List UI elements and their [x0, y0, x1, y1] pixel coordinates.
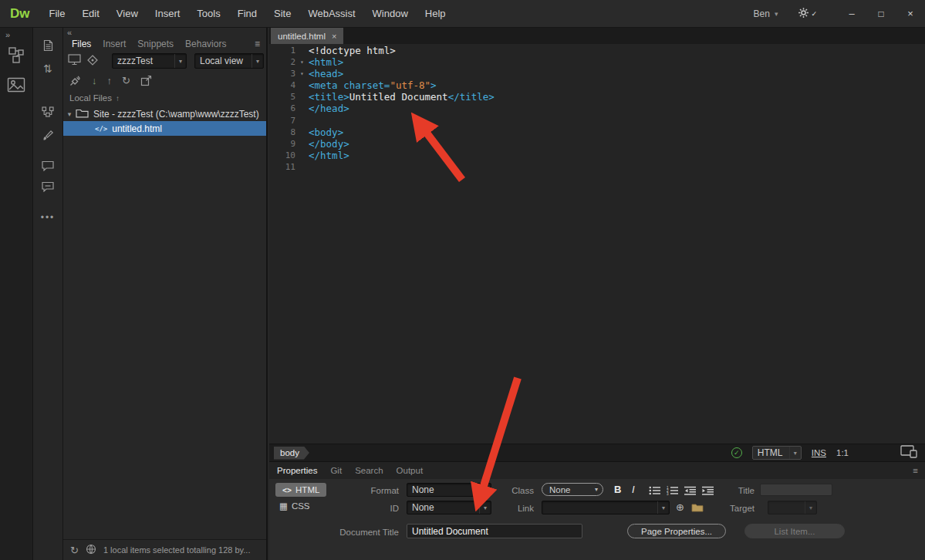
user-account-menu[interactable]: Ben ▾: [754, 8, 778, 19]
code-line[interactable]: 7: [269, 115, 925, 127]
connect-server-icon[interactable]: [69, 75, 82, 86]
menu-webassist[interactable]: WebAssist: [299, 0, 363, 28]
tab-output[interactable]: Output: [397, 466, 424, 475]
dreamweaver-window: Dw File Edit View Insert Tools Find Site…: [0, 0, 925, 560]
tab-snippets[interactable]: Snippets: [137, 39, 174, 49]
code-line[interactable]: 1<!doctype html>: [269, 45, 925, 56]
code-line[interactable]: 4<meta charset="utf-8">: [269, 79, 925, 91]
realtime-preview-icon[interactable]: [900, 445, 917, 460]
local-files-header[interactable]: Local Files ↑: [63, 89, 266, 106]
assets-panel-icon[interactable]: [7, 46, 25, 66]
fold-gutter: [295, 91, 309, 103]
format-select[interactable]: None ▾: [407, 483, 491, 497]
fold-caret-icon[interactable]: ▾: [295, 68, 309, 79]
format-source-brush-icon[interactable]: [39, 128, 57, 142]
tree-row-untitled-html[interactable]: </> untitled.html: [63, 121, 266, 136]
mode-html-button[interactable]: <> HTML: [275, 483, 326, 497]
point-to-file-icon[interactable]: ⊕: [676, 501, 684, 513]
indent-icon[interactable]: [702, 486, 714, 495]
tab-insert[interactable]: Insert: [103, 39, 126, 49]
menu-file[interactable]: File: [41, 0, 74, 28]
collapse-panel-icon[interactable]: «: [63, 28, 266, 37]
chevron-down-icon: ▾: [657, 501, 669, 514]
panel-menu-icon[interactable]: ≡: [913, 466, 918, 475]
document-title-input[interactable]: [407, 524, 582, 538]
tab-git[interactable]: Git: [330, 466, 342, 475]
expand-panel-icon[interactable]: [140, 75, 152, 86]
close-button[interactable]: ×: [896, 0, 925, 28]
apply-comment-icon[interactable]: [39, 159, 57, 173]
properties-content: <> HTML ▦ CSS Format None ▾ ID None ▾ Cl: [269, 479, 925, 560]
site-select-value: zzzzTest: [113, 56, 174, 66]
outdent-icon[interactable]: [684, 486, 696, 495]
unordered-list-icon[interactable]: [649, 486, 660, 495]
minimize-button[interactable]: –: [837, 0, 866, 28]
panel-menu-icon[interactable]: ≡: [255, 39, 260, 49]
menu-window[interactable]: Window: [364, 0, 417, 28]
ordered-list-icon[interactable]: 123: [667, 486, 678, 495]
site-monitor-icon[interactable]: [68, 54, 81, 68]
code-line[interactable]: 6</head>: [269, 103, 925, 114]
tab-behaviors[interactable]: Behaviors: [185, 39, 226, 49]
file-management-icon[interactable]: ⇅: [39, 62, 57, 76]
code-line[interactable]: 2▾<html>: [269, 56, 925, 68]
class-select[interactable]: None ▾: [542, 483, 603, 496]
document-tab-bar: untitled.html ×: [269, 28, 925, 44]
title-field[interactable]: [760, 484, 832, 496]
refresh-icon[interactable]: ↻: [70, 545, 79, 556]
menu-edit[interactable]: Edit: [73, 0, 107, 28]
tag-selector-body[interactable]: body: [274, 447, 309, 460]
tab-properties[interactable]: Properties: [277, 466, 317, 475]
sync-status-icon[interactable]: [87, 55, 98, 68]
document-toolbar: ⇅ •••: [33, 28, 63, 560]
code-line[interactable]: 3▾<head>: [269, 68, 925, 79]
dom-tree-icon[interactable]: [39, 105, 57, 119]
tab-files[interactable]: Files: [72, 39, 91, 49]
document-tab-untitled[interactable]: untitled.html ×: [271, 28, 343, 44]
menu-insert[interactable]: Insert: [147, 0, 189, 28]
panel-dock-strip: »: [0, 28, 33, 560]
menu-help[interactable]: Help: [417, 0, 454, 28]
tree-expand-icon[interactable]: ▾: [63, 110, 76, 118]
sync-settings-button[interactable]: ✓: [798, 7, 817, 21]
bold-button[interactable]: B: [614, 484, 621, 495]
code-line[interactable]: 10</html>: [269, 150, 925, 161]
doctype-select[interactable]: HTML ▾: [752, 446, 802, 460]
refresh-icon[interactable]: ↻: [122, 75, 130, 86]
menu-site[interactable]: Site: [265, 0, 299, 28]
log-globe-icon[interactable]: [86, 544, 96, 556]
maximize-button[interactable]: □: [866, 0, 896, 28]
line-number: 4: [269, 79, 295, 91]
put-files-icon[interactable]: ↑: [107, 75, 113, 86]
code-line[interactable]: 8<body>: [269, 127, 925, 138]
get-files-icon[interactable]: ↓: [92, 75, 97, 86]
insert-mode-toggle[interactable]: INS: [812, 448, 826, 457]
remove-comment-icon[interactable]: [39, 180, 57, 194]
properties-panel: Properties Git Search Output ≡ <> HTML ▦…: [269, 461, 925, 560]
mode-css-button[interactable]: ▦ CSS: [279, 501, 310, 511]
menu-find[interactable]: Find: [229, 0, 265, 28]
view-select[interactable]: Local view ▾: [194, 53, 264, 69]
code-line[interactable]: 9</body>: [269, 138, 925, 150]
site-select[interactable]: zzzzTest ▾: [112, 53, 187, 69]
tab-search[interactable]: Search: [355, 466, 383, 475]
tab-close-icon[interactable]: ×: [332, 32, 336, 41]
id-select[interactable]: None ▾: [407, 501, 491, 514]
italic-button[interactable]: I: [632, 484, 635, 495]
page-properties-button[interactable]: Page Properties...: [627, 524, 726, 538]
menu-tools[interactable]: Tools: [188, 0, 228, 28]
lint-ok-icon[interactable]: ✓: [731, 447, 742, 458]
link-combo[interactable]: ▾: [542, 501, 670, 514]
tree-row-site-root[interactable]: ▾ Site - zzzzTest (C:\wamp\www\zzzzTest): [63, 106, 266, 121]
browse-folder-icon[interactable]: [691, 503, 704, 514]
library-images-panel-icon[interactable]: [7, 77, 25, 95]
toolbar-more-options-icon[interactable]: •••: [39, 211, 57, 224]
menu-view[interactable]: View: [108, 0, 147, 28]
expand-panels-icon[interactable]: »: [0, 28, 10, 46]
fold-caret-icon[interactable]: ▾: [295, 56, 309, 68]
open-documents-icon[interactable]: [39, 39, 57, 52]
code-line[interactable]: 5<title>Untitled Document</title>: [269, 91, 925, 103]
code-line[interactable]: 11: [269, 161, 925, 173]
code-editor[interactable]: 1<!doctype html>2▾<html>3▾<head>4<meta c…: [269, 44, 925, 444]
gear-icon: [798, 7, 809, 21]
